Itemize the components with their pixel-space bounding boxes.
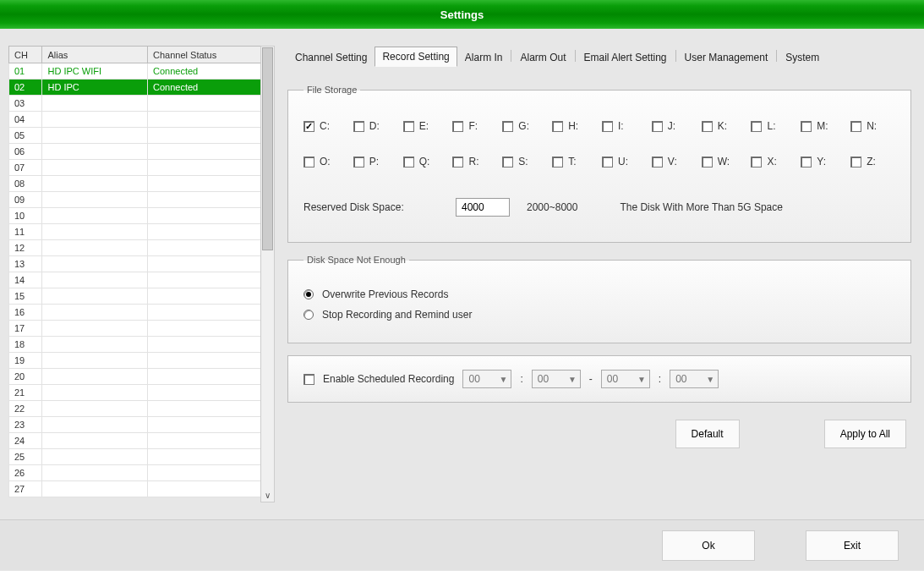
table-row[interactable]: 16: [9, 305, 262, 321]
drive-checkbox[interactable]: [353, 156, 364, 167]
drive-z[interactable]: Z:: [850, 156, 895, 167]
scroll-down-icon[interactable]: ∨: [261, 489, 274, 502]
drive-c[interactable]: C:: [303, 120, 348, 132]
table-row[interactable]: 03: [9, 96, 262, 112]
table-row[interactable]: 20: [9, 369, 262, 385]
drive-checkbox[interactable]: [652, 121, 663, 132]
schedule-start-min[interactable]: 00▼: [532, 370, 581, 388]
drive-checkbox[interactable]: [602, 121, 613, 132]
drive-l[interactable]: L:: [751, 120, 796, 132]
drive-checkbox[interactable]: [702, 156, 713, 167]
drive-checkbox[interactable]: [801, 156, 812, 167]
table-row[interactable]: 26: [9, 465, 262, 481]
drive-checkbox[interactable]: [751, 121, 762, 132]
drive-h[interactable]: H:: [552, 120, 597, 132]
tab-user-management[interactable]: User Management: [677, 47, 776, 67]
table-row[interactable]: 12: [9, 240, 262, 256]
drive-g[interactable]: G:: [502, 120, 547, 132]
table-row[interactable]: 05: [9, 128, 262, 144]
exit-button[interactable]: Exit: [806, 530, 899, 561]
drive-n[interactable]: N:: [850, 120, 895, 132]
table-row[interactable]: 08: [9, 176, 262, 192]
table-row[interactable]: 21: [9, 385, 262, 401]
drive-checkbox[interactable]: [353, 121, 364, 132]
drive-d[interactable]: D:: [353, 120, 398, 132]
table-row[interactable]: 09: [9, 192, 262, 208]
ok-button[interactable]: Ok: [662, 530, 755, 561]
drive-checkbox[interactable]: [403, 156, 414, 167]
drive-checkbox[interactable]: [502, 156, 513, 167]
tab-alarm-out[interactable]: Alarm Out: [512, 47, 573, 67]
tab-system[interactable]: System: [778, 47, 827, 67]
schedule-end-min[interactable]: 00▼: [670, 370, 719, 388]
drive-checkbox[interactable]: [303, 156, 314, 167]
tab-channel-setting[interactable]: Channel Setting: [287, 47, 375, 67]
drive-e[interactable]: E:: [403, 120, 448, 132]
drive-r[interactable]: R:: [452, 156, 497, 167]
table-row[interactable]: 02HD IPCConnected: [9, 80, 262, 96]
radio-overwrite[interactable]: [303, 289, 314, 299]
drive-k[interactable]: K:: [702, 120, 746, 132]
drive-checkbox[interactable]: [303, 121, 314, 132]
tab-record-setting[interactable]: Record Setting: [375, 47, 457, 67]
scrollbar-thumb[interactable]: [262, 47, 273, 250]
drive-x[interactable]: X:: [751, 156, 796, 167]
default-button[interactable]: Default: [675, 420, 740, 448]
table-row[interactable]: 07: [9, 160, 262, 176]
table-row[interactable]: 19: [9, 353, 262, 369]
schedule-end-hour[interactable]: 00▼: [601, 370, 650, 388]
enable-schedule-checkbox[interactable]: [303, 374, 314, 385]
table-row[interactable]: 14: [9, 272, 262, 288]
drive-checkbox[interactable]: [452, 121, 463, 132]
col-header-ch[interactable]: CH: [9, 47, 42, 63]
drive-checkbox[interactable]: [403, 121, 414, 132]
drive-p[interactable]: P:: [353, 156, 398, 167]
table-row[interactable]: 17: [9, 321, 262, 337]
table-row[interactable]: 18: [9, 337, 262, 353]
table-row[interactable]: 27: [9, 481, 262, 497]
drive-f[interactable]: F:: [452, 120, 497, 132]
channel-scrollbar[interactable]: ∧ ∨: [260, 46, 275, 502]
drive-y[interactable]: Y:: [801, 156, 845, 167]
table-row[interactable]: 11: [9, 224, 262, 240]
table-row[interactable]: 13: [9, 256, 262, 272]
radio-stop[interactable]: [303, 310, 314, 320]
table-row[interactable]: 01HD IPC WIFIConnected: [9, 63, 262, 80]
drive-checkbox[interactable]: [502, 121, 513, 132]
drive-checkbox[interactable]: [552, 121, 563, 132]
drive-checkbox[interactable]: [702, 121, 713, 132]
table-row[interactable]: 10: [9, 208, 262, 224]
tab-email-alert-setting[interactable]: Email Alert Setting: [577, 47, 675, 67]
reserved-disk-input[interactable]: [456, 198, 510, 217]
drive-j[interactable]: J:: [652, 120, 697, 132]
drive-checkbox[interactable]: [850, 156, 861, 167]
drive-checkbox[interactable]: [452, 156, 463, 167]
drive-s[interactable]: S:: [502, 156, 547, 167]
drive-checkbox[interactable]: [850, 121, 861, 132]
drive-o[interactable]: O:: [303, 156, 348, 167]
table-row[interactable]: 15: [9, 288, 262, 305]
drive-checkbox[interactable]: [751, 156, 762, 167]
table-row[interactable]: 22: [9, 401, 262, 417]
drive-t[interactable]: T:: [552, 156, 597, 167]
drive-m[interactable]: M:: [801, 120, 845, 132]
table-row[interactable]: 24: [9, 433, 262, 449]
drive-u[interactable]: U:: [602, 156, 647, 167]
drive-v[interactable]: V:: [652, 156, 697, 167]
table-row[interactable]: 06: [9, 144, 262, 160]
drive-checkbox[interactable]: [652, 156, 663, 167]
apply-to-all-button[interactable]: Apply to All: [824, 420, 906, 448]
drive-w[interactable]: W:: [702, 156, 746, 167]
drive-i[interactable]: I:: [602, 120, 647, 132]
col-header-status[interactable]: Channel Status: [148, 47, 262, 63]
table-row[interactable]: 23: [9, 417, 262, 433]
table-row[interactable]: 25: [9, 449, 262, 465]
schedule-start-hour[interactable]: 00▼: [462, 370, 511, 388]
drive-checkbox[interactable]: [602, 156, 613, 167]
drive-q[interactable]: Q:: [403, 156, 448, 167]
drive-checkbox[interactable]: [552, 156, 563, 167]
table-row[interactable]: 04: [9, 112, 262, 128]
tab-alarm-in[interactable]: Alarm In: [457, 47, 511, 67]
drive-checkbox[interactable]: [801, 121, 812, 132]
col-header-alias[interactable]: Alias: [42, 47, 148, 63]
